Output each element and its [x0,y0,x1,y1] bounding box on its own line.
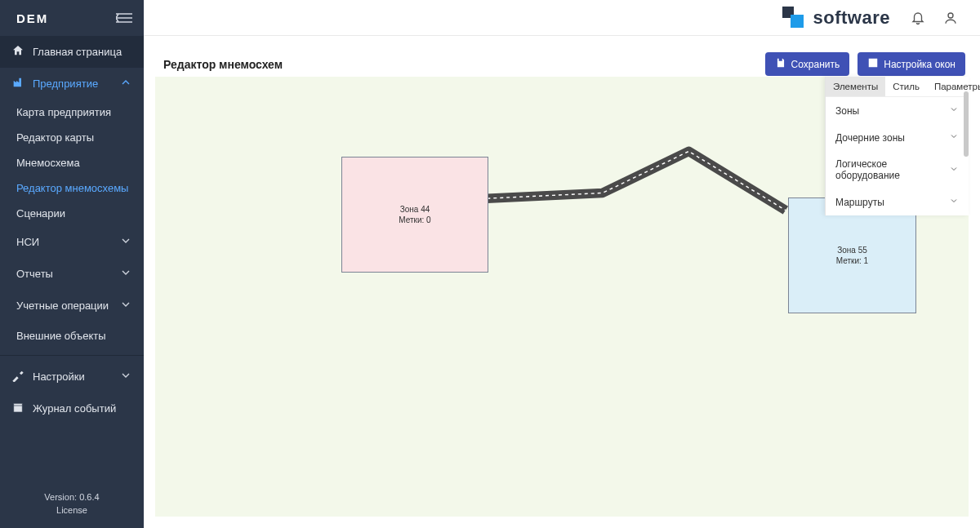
nav-scenarios[interactable]: Сценарии [0,201,144,226]
section-child-zones[interactable]: Дочерние зоны [826,124,969,151]
nav-settings[interactable]: Настройки [0,361,144,393]
properties-panel: Элементы Стиль Параметры Зоны Дочерние з… [825,77,969,215]
panel-actions: Сохранить Настройка окон [765,52,965,76]
nav-home-label: Главная страница [33,46,122,58]
chevron-down-icon [119,266,132,282]
zone-55-name: Зона 55 [837,245,867,255]
nav-enterprise-map[interactable]: Карта предприятия [0,100,144,125]
nav-enterprise[interactable]: Предприятие [0,68,144,100]
version-label: Version: 0.6.4 [0,491,144,504]
tab-params[interactable]: Параметры [927,77,980,96]
nav-eventlog-label: Журнал событий [33,402,116,415]
chevron-down-icon [119,369,132,384]
menu-toggle-icon[interactable] [116,12,132,24]
brand-logo: software [782,7,890,29]
sidebar-header: DEM [0,0,144,36]
sidebar-footer: Version: 0.6.4 License [0,483,144,528]
windows-label: Настройка окон [884,59,956,70]
section-zones[interactable]: Зоны [826,97,969,124]
divider [0,355,144,356]
nav-accounting[interactable]: Учетные операции [0,290,144,322]
sidebar: DEM Главная страница Предприятие Карта п… [0,0,144,528]
topbar: software [144,0,980,36]
brand-text: software [813,7,890,29]
nav-reports-label: Отчеты [16,268,53,280]
zone-44-tags: Метки: 0 [399,215,430,225]
license-label[interactable]: License [0,504,144,517]
notifications-icon[interactable] [905,5,931,31]
home-icon [11,44,24,60]
canvas-wrap: Зона 44 Метки: 0 Зона 55 Метки: 1 Элемен… [155,77,969,517]
zone-44[interactable]: Зона 44 Метки: 0 [341,157,488,273]
nav-mnemo[interactable]: Мнемосхема [0,150,144,175]
chevron-down-icon [949,196,959,208]
section-logic-equipment-label: Логическое оборудование [835,158,949,181]
svg-point-0 [948,13,953,18]
chevron-down-icon [949,164,959,176]
chevron-up-icon [119,76,132,91]
zone-44-name: Зона 44 [400,204,430,215]
section-child-zones-label: Дочерние зоны [835,132,905,144]
brand-mark-icon [782,7,807,29]
chevron-down-icon [119,298,132,313]
nav-eventlog[interactable]: Журнал событий [0,393,144,424]
section-logic-equipment[interactable]: Логическое оборудование [826,151,969,189]
user-icon[interactable] [938,5,964,31]
save-label: Сохранить [791,59,840,70]
main-area: Редактор мнемосхем Сохранить Настройка о… [144,36,980,528]
nav-reports[interactable]: Отчеты [0,258,144,290]
zone-55-tags: Метки: 1 [836,255,868,266]
nav-accounting-label: Учетные операции [16,299,109,312]
nav-settings-label: Настройки [33,370,85,383]
calendar-icon [11,401,24,416]
nav-external[interactable]: Внешние объекты [0,322,144,350]
nav-external-label: Внешние объекты [16,330,106,342]
nav-nsi[interactable]: НСИ [0,226,144,258]
chevron-down-icon [949,104,959,117]
properties-sections: Зоны Дочерние зоны Логическое оборудован… [826,96,969,215]
app-logo: DEM [16,11,48,25]
nav-nsi-label: НСИ [16,236,39,248]
section-routes-label: Маршруты [835,197,884,208]
page-title: Редактор мнемосхем [163,58,283,71]
save-icon [775,57,786,71]
chevron-down-icon [949,131,959,144]
chevron-down-icon [119,234,132,250]
properties-tabs: Элементы Стиль Параметры [826,77,969,96]
section-routes[interactable]: Маршруты [826,189,969,215]
editor-panel: Редактор мнемосхем Сохранить Настройка о… [155,47,969,517]
nav-mnemo-editor[interactable]: Редактор мнемосхемы [0,175,144,201]
layout-icon [867,57,879,71]
nav-map-editor[interactable]: Редактор карты [0,125,144,150]
windows-button[interactable]: Настройка окон [858,52,965,76]
save-button[interactable]: Сохранить [765,52,850,76]
nav-enterprise-label: Предприятие [33,78,98,90]
wrench-icon [11,369,24,384]
nav-home[interactable]: Главная страница [0,36,144,68]
scrollbar[interactable] [964,91,969,157]
section-zones-label: Зоны [835,105,859,117]
tab-elements[interactable]: Элементы [826,77,885,96]
factory-icon [11,76,24,91]
tab-style[interactable]: Стиль [885,77,927,96]
